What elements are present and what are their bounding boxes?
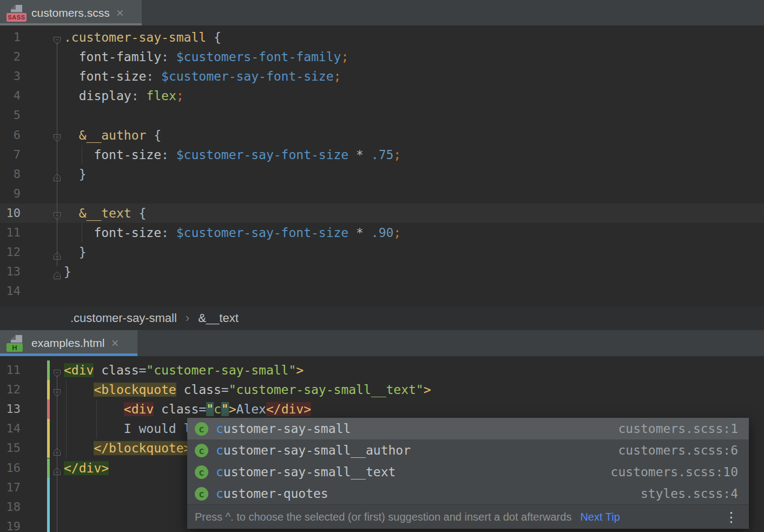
tab-title: examples.html <box>31 337 104 350</box>
code-line[interactable]: 11<div class="customer-say-small"> <box>0 360 764 380</box>
match-prefix: c <box>216 422 223 436</box>
code-text: I would l <box>64 419 191 438</box>
code-line[interactable]: 8 } <box>0 165 764 184</box>
code-line[interactable]: 5 <box>0 106 764 125</box>
close-icon[interactable]: × <box>116 6 124 19</box>
tab-customers-scss[interactable]: SASS customers.scss × <box>0 0 142 25</box>
match-prefix: c <box>216 443 223 457</box>
html-file-icon: H <box>6 334 26 352</box>
code-line[interactable]: 13 <div class="c">Alex</div> <box>0 399 764 419</box>
line-number: 15 <box>0 438 21 458</box>
tag-tree-marker-red <box>47 399 50 419</box>
line-number: 19 <box>0 517 21 532</box>
indent-guide <box>66 380 67 458</box>
line-number: 12 <box>0 380 21 399</box>
code-line[interactable]: 13} <box>0 262 764 281</box>
line-number: 14 <box>0 419 21 438</box>
line-number: 10 <box>0 203 21 223</box>
completion-location: customers.scss:10 <box>611 465 738 479</box>
line-number: 8 <box>0 165 21 184</box>
indent-guide <box>82 223 82 242</box>
tag-tree-marker-cyan <box>47 517 50 532</box>
code-line[interactable]: 12 } <box>0 242 764 262</box>
code-text: display: flex; <box>64 86 184 106</box>
code-text: font-size: $customer-say-font-size; <box>64 67 341 86</box>
line-number: 5 <box>0 106 21 125</box>
line-number: 6 <box>0 126 21 145</box>
code-line[interactable]: 12 <blockquote class="customer-say-small… <box>0 380 764 399</box>
completion-item[interactable]: ccustomer-say-small__textcustomers.scss:… <box>187 461 749 483</box>
close-icon[interactable]: × <box>111 337 118 350</box>
fold-guide-line <box>57 375 57 532</box>
next-tip-link[interactable]: Next Tip <box>580 511 620 523</box>
match-prefix: c <box>216 465 223 479</box>
line-number: 13 <box>0 399 21 419</box>
breadcrumb-item-selector[interactable]: .customer-say-small <box>70 311 177 325</box>
code-text: font-size: $customer-say-font-size * .75… <box>64 145 401 165</box>
completion-popup: ccustomer-say-smallcustomers.scss:1ccust… <box>187 418 749 529</box>
line-number: 7 <box>0 145 21 165</box>
html-badge: H <box>6 343 23 352</box>
code-text: } <box>64 165 87 184</box>
tag-tree-marker-yellow <box>47 438 50 458</box>
completion-item[interactable]: ccustomer-say-small__authorcustomers.scs… <box>187 439 749 461</box>
line-number: 11 <box>0 360 21 380</box>
code-line[interactable]: 10 &__text { <box>0 203 764 223</box>
line-number: 3 <box>0 67 21 86</box>
code-text: font-family: $customers-font-family; <box>64 47 348 67</box>
code-text: } <box>64 262 71 281</box>
indent-guide <box>82 145 82 165</box>
line-number: 1 <box>0 28 21 47</box>
code-line[interactable]: 1.customer-say-small { <box>0 28 764 47</box>
sass-file-icon: SASS <box>6 4 26 22</box>
line-number: 14 <box>0 281 21 301</box>
tag-tree-marker-green <box>47 360 50 380</box>
editor-customers-scss[interactable]: 1.customer-say-small {2 font-family: $cu… <box>0 25 764 306</box>
code-text: </div> <box>64 458 109 478</box>
code-line[interactable]: 7 font-size: $customer-say-font-size * .… <box>0 145 764 165</box>
code-text: <div class="c">Alex</div> <box>64 399 311 419</box>
tab-title: customers.scss <box>31 6 110 19</box>
editor-tab-bar-bottom: H examples.html × <box>0 330 764 356</box>
tab-examples-html[interactable]: H examples.html × <box>0 330 137 356</box>
completion-location: customers.scss:1 <box>618 422 738 436</box>
completion-item[interactable]: ccustomer-say-smallcustomers.scss:1 <box>187 418 749 439</box>
breadcrumb-item-nested[interactable]: &__text <box>198 311 239 325</box>
tag-tree-marker-green <box>47 458 50 478</box>
completion-hint: Press ^. to choose the selected (or firs… <box>195 511 571 523</box>
tag-tree-marker-yellow <box>47 380 50 399</box>
fold-guide-line <box>57 42 57 266</box>
more-options-icon[interactable]: ⋮ <box>725 510 741 524</box>
line-number: 4 <box>0 86 21 106</box>
completion-location: styles.scss:4 <box>641 487 738 501</box>
completion-label: ustomer-say-small <box>223 422 351 436</box>
tag-tree-marker-cyan <box>47 478 50 497</box>
completion-item[interactable]: ccustomer-quotesstyles.scss:4 <box>187 483 749 504</box>
completion-label: ustomer-say-small__author <box>223 443 411 457</box>
css-class-icon: c <box>195 422 208 436</box>
completion-list: ccustomer-say-smallcustomers.scss:1ccust… <box>187 418 749 504</box>
code-line[interactable]: 4 display: flex; <box>0 86 764 106</box>
code-text: <div class="customer-say-small"> <box>64 360 304 380</box>
code-line[interactable]: 9 <box>0 184 764 203</box>
code-line[interactable]: 11 font-size: $customer-say-font-size * … <box>0 223 764 242</box>
file-fold-glyph <box>11 335 16 340</box>
chevron-right-icon: › <box>186 311 189 325</box>
completion-footer: Press ^. to choose the selected (or firs… <box>187 504 749 529</box>
code-line[interactable]: 2 font-family: $customers-font-family; <box>0 47 764 67</box>
file-fold-glyph <box>11 5 16 10</box>
line-number: 9 <box>0 184 21 203</box>
completion-label: ustomer-say-small__text <box>223 465 396 479</box>
line-number: 11 <box>0 223 21 242</box>
code-text: &__author { <box>64 126 161 145</box>
line-number: 17 <box>0 478 21 497</box>
code-text: } <box>64 242 87 262</box>
line-number: 2 <box>0 47 21 67</box>
line-number: 18 <box>0 497 21 517</box>
code-line[interactable]: 6 &__author { <box>0 126 764 145</box>
code-line[interactable]: 14 <box>0 281 764 301</box>
code-line[interactable]: 3 font-size: $customer-say-font-size; <box>0 67 764 86</box>
css-class-icon: c <box>195 444 208 457</box>
code-text: &__text { <box>64 203 146 223</box>
code-text: font-size: $customer-say-font-size * .90… <box>64 223 401 242</box>
